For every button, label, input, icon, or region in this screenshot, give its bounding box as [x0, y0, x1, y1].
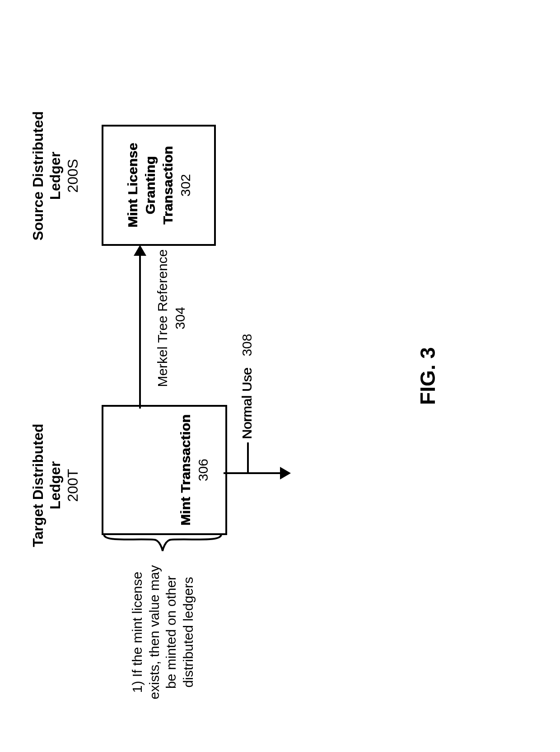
source-ledger-title: Source Distributed Ledger — [29, 103, 64, 248]
curly-brace-icon — [102, 531, 224, 553]
target-ledger-ref: 200T — [64, 418, 81, 553]
source-ledger-header: Source Distributed Ledger 200S — [29, 103, 81, 248]
mint-transaction-label: Mint Transaction — [177, 407, 194, 533]
mint-license-line3: Transaction — [159, 146, 177, 225]
merkel-arrow-line — [139, 249, 141, 409]
merkel-ref-text: Merkel Tree Reference — [154, 246, 171, 390]
mint-license-box: Mint License Granting Transaction 302 — [102, 125, 216, 246]
normal-use-tick-line — [247, 442, 249, 474]
source-ledger-ref: 200S — [64, 103, 81, 248]
normal-use-label: Normal Use 308 — [239, 334, 255, 439]
mint-transaction-ref: 306 — [194, 407, 212, 533]
normal-use-arrow-head-icon — [280, 467, 291, 479]
note-text: 1) If the mint license exists, then valu… — [129, 562, 196, 702]
mint-license-line1: Mint License — [124, 143, 141, 228]
normal-use-arrow-line — [224, 472, 282, 474]
target-ledger-header: Target Distributed Ledger 200T — [29, 418, 81, 553]
merkel-ref-num: 304 — [171, 246, 189, 390]
mint-license-line2: Granting — [141, 156, 159, 215]
target-ledger-title: Target Distributed Ledger — [29, 418, 64, 553]
merkel-arrow-head-icon — [134, 245, 146, 256]
merkel-ref-label: Merkel Tree Reference 304 — [154, 246, 189, 390]
figure-label: FIG. 3 — [415, 0, 440, 752]
diagram-canvas: Target Distributed Ledger 200T Source Di… — [0, 0, 560, 752]
normal-use-ref: 308 — [239, 334, 254, 357]
mint-transaction-box: Mint Transaction 306 — [102, 405, 227, 535]
normal-use-text: Normal Use — [239, 368, 254, 439]
mint-license-ref: 302 — [177, 174, 194, 197]
